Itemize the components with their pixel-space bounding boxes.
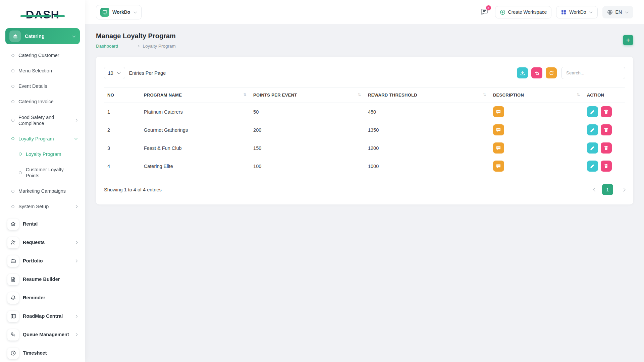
- loyalty-programs-table: NOPROGRAM NAME⇅POINTS PER EVENT⇅REWARD T…: [104, 87, 625, 175]
- refresh-button[interactable]: [546, 67, 557, 78]
- description-button[interactable]: [493, 142, 504, 154]
- sidebar-item-label: Event Details: [18, 83, 78, 89]
- edit-button[interactable]: [587, 106, 598, 117]
- add-loyalty-program-button[interactable]: +: [623, 35, 633, 45]
- delete-button[interactable]: [601, 106, 612, 117]
- brand-name: DASH: [26, 8, 59, 21]
- sidebar-item-timesheet[interactable]: Timesheet: [5, 345, 80, 362]
- circle-icon: [11, 69, 14, 72]
- sidebar-item-label: Timesheet: [23, 350, 78, 356]
- map-icon: [7, 311, 19, 322]
- chevron-down-icon: [74, 137, 78, 141]
- circle-icon: [19, 153, 22, 156]
- create-workspace-label: Create Workspace: [508, 9, 547, 15]
- sort-icon[interactable]: ⇅: [483, 93, 486, 97]
- delete-button[interactable]: [601, 161, 612, 172]
- trash-icon: [603, 145, 609, 151]
- create-workspace-button[interactable]: Create Workspace: [495, 6, 552, 18]
- sort-icon[interactable]: ⇅: [577, 93, 580, 97]
- description-button[interactable]: [493, 161, 504, 172]
- sidebar-item-menu-selection[interactable]: Menu Selection: [5, 63, 80, 78]
- download-icon: [520, 70, 525, 76]
- sidebar-item-system-setup[interactable]: System Setup: [5, 199, 80, 214]
- language-selector[interactable]: EN: [602, 6, 633, 18]
- description-button[interactable]: [493, 106, 504, 117]
- edit-button[interactable]: [587, 161, 598, 172]
- undo-button[interactable]: [531, 67, 542, 78]
- edit-button[interactable]: [587, 142, 598, 154]
- cell-description: [490, 139, 584, 157]
- circle-icon: [11, 205, 14, 208]
- delete-button[interactable]: [601, 142, 612, 154]
- cell-points-per-event: 150: [250, 139, 365, 157]
- sidebar-item-customer-loyalty-points[interactable]: Customer Loyalty Points: [5, 162, 80, 183]
- breadcrumb: Dashboard Loyalty Program: [96, 44, 176, 49]
- delete-button[interactable]: [601, 124, 612, 135]
- table-toolbar: [517, 67, 625, 79]
- chevron-right-icon: [74, 204, 78, 208]
- column-header-program-name[interactable]: PROGRAM NAME⇅: [141, 87, 250, 103]
- breadcrumb-dashboard-link[interactable]: Dashboard: [96, 44, 118, 49]
- sidebar-item-portfolio[interactable]: Portfolio: [5, 252, 80, 270]
- search-input[interactable]: [561, 67, 625, 79]
- chat-icon: [496, 109, 501, 115]
- chevron-right-icon: [74, 333, 78, 337]
- prev-page-button[interactable]: [590, 186, 597, 193]
- column-header-description[interactable]: DESCRIPTION⇅: [490, 87, 584, 103]
- cell-no: 1: [104, 103, 141, 121]
- page-1-button[interactable]: 1: [602, 184, 613, 195]
- pagination: 1: [590, 184, 625, 195]
- table-row: 4Catering Elite1001000: [104, 157, 625, 175]
- column-header-points-per-event[interactable]: POINTS PER EVENT⇅: [250, 87, 365, 103]
- sidebar-item-roadmap-central[interactable]: RoadMap Central: [5, 308, 80, 325]
- column-header-reward-threshold[interactable]: REWARD THRESHOLD⇅: [365, 87, 490, 103]
- chat-icon: [496, 127, 501, 133]
- sidebar-item-catering[interactable]: Catering: [5, 28, 80, 44]
- entries-per-page-select[interactable]: 10: [104, 67, 125, 79]
- messages-button[interactable]: 0: [479, 6, 490, 18]
- sidebar-item-marketing-campaigns[interactable]: Marketing Campaigns: [5, 183, 80, 199]
- trash-icon: [603, 127, 609, 133]
- export-button[interactable]: [517, 67, 528, 78]
- cell-reward-threshold: 1350: [365, 121, 490, 139]
- cell-reward-threshold: 450: [365, 103, 490, 121]
- sort-icon[interactable]: ⇅: [358, 93, 361, 97]
- cell-program-name: Gourmet Gatherings: [141, 121, 250, 139]
- app-logo[interactable]: DASH: [21, 7, 64, 22]
- sidebar-item-loyalty-program[interactable]: Loyalty Program: [5, 131, 80, 146]
- sidebar-item-label: Loyalty Program: [18, 136, 70, 142]
- next-page-button[interactable]: [619, 186, 625, 193]
- circle-icon: [11, 85, 14, 88]
- circle-icon: [11, 137, 14, 140]
- circle-icon: [11, 190, 14, 193]
- sort-icon[interactable]: ⇅: [243, 93, 247, 97]
- refresh-icon: [549, 70, 554, 76]
- table-row: 2Gourmet Gatherings2001350: [104, 121, 625, 139]
- chevron-right-icon: [622, 188, 625, 191]
- sidebar-item-catering-customer[interactable]: Catering Customer: [5, 48, 80, 63]
- sidebar-item-requests[interactable]: Requests: [5, 234, 80, 251]
- grid-icon: [561, 9, 567, 15]
- logo-swoosh: [20, 15, 65, 17]
- cell-program-name: Platinum Caterers: [141, 103, 250, 121]
- sidebar-item-loyalty-program[interactable]: Loyalty Program: [5, 146, 80, 162]
- workdo-menu-button[interactable]: WorkDo: [556, 6, 597, 18]
- sidebar-item-resume-builder[interactable]: Resume Builder: [5, 271, 80, 288]
- sidebar-item-label: Menu Selection: [18, 68, 78, 74]
- edit-button[interactable]: [587, 124, 598, 135]
- sidebar-item-queue-management[interactable]: Queue Management: [5, 326, 80, 344]
- description-button[interactable]: [493, 124, 504, 135]
- cell-description: [490, 157, 584, 175]
- sidebar-item-catering-invoice[interactable]: Catering Invoice: [5, 94, 80, 109]
- chevron-right-icon: [74, 241, 78, 245]
- loyalty-program-card: 10 Entries Per Page NOPROGRAM NAME⇅POINT…: [96, 57, 633, 204]
- workspace-selector[interactable]: WorkDo: [96, 5, 142, 19]
- sidebar-item-reminder[interactable]: Reminder: [5, 289, 80, 307]
- sidebar-item-event-details[interactable]: Event Details: [5, 78, 80, 94]
- sidebar-item-rental[interactable]: Rental: [5, 216, 80, 233]
- chevron-down-icon: [133, 10, 137, 14]
- sidebar-item-food-safety-and-compliance[interactable]: Food Safety and Compliance: [5, 110, 80, 131]
- circle-icon: [19, 171, 22, 174]
- sidebar-item-label: Queue Management: [23, 331, 70, 338]
- chevron-right-icon: [74, 118, 78, 122]
